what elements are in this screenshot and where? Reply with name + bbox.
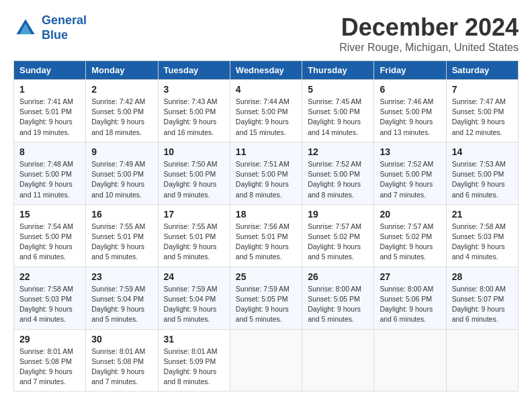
table-row: 28 Sunrise: 8:00 AMSunset: 5:07 PMDaylig… (446, 267, 518, 329)
table-row: 12 Sunrise: 7:52 AMSunset: 5:00 PMDaylig… (302, 142, 374, 204)
table-row: 3 Sunrise: 7:43 AMSunset: 5:00 PMDayligh… (158, 80, 230, 142)
title-block: December 2024 River Rouge, Michigan, Uni… (339, 13, 519, 54)
table-row: 29 Sunrise: 8:01 AMSunset: 5:08 PMDaylig… (14, 329, 86, 392)
month-title: December 2024 (339, 13, 519, 42)
table-row: 7 Sunrise: 7:47 AMSunset: 5:00 PMDayligh… (446, 80, 518, 142)
col-monday: Monday (86, 61, 158, 80)
table-row: 8 Sunrise: 7:48 AMSunset: 5:00 PMDayligh… (14, 142, 86, 204)
table-row: 15 Sunrise: 7:54 AMSunset: 5:00 PMDaylig… (14, 204, 86, 267)
table-row: 1 Sunrise: 7:41 AMSunset: 5:01 PMDayligh… (14, 80, 86, 142)
table-row: 14 Sunrise: 7:53 AMSunset: 5:00 PMDaylig… (446, 142, 518, 204)
table-row: 17 Sunrise: 7:55 AMSunset: 5:01 PMDaylig… (158, 204, 230, 267)
page-header: GeneralBlue December 2024 River Rouge, M… (13, 13, 519, 54)
col-tuesday: Tuesday (158, 61, 230, 80)
calendar-table: Sunday Monday Tuesday Wednesday Thursday… (13, 60, 519, 392)
table-row: 25 Sunrise: 7:59 AMSunset: 5:05 PMDaylig… (230, 267, 302, 329)
col-sunday: Sunday (14, 61, 86, 80)
table-row: 10 Sunrise: 7:50 AMSunset: 5:00 PMDaylig… (158, 142, 230, 204)
logo: GeneralBlue (13, 13, 87, 42)
table-row: 2 Sunrise: 7:42 AMSunset: 5:00 PMDayligh… (86, 80, 158, 142)
table-row: 9 Sunrise: 7:49 AMSunset: 5:00 PMDayligh… (86, 142, 158, 204)
col-friday: Friday (374, 61, 446, 80)
table-row: 19 Sunrise: 7:57 AMSunset: 5:02 PMDaylig… (302, 204, 374, 267)
table-row: 6 Sunrise: 7:46 AMSunset: 5:00 PMDayligh… (374, 80, 446, 142)
logo-text: GeneralBlue (42, 13, 87, 42)
subtitle: River Rouge, Michigan, United States (339, 42, 519, 54)
table-row: 20 Sunrise: 7:57 AMSunset: 5:02 PMDaylig… (374, 204, 446, 267)
calendar-row-week3: 22 Sunrise: 7:58 AMSunset: 5:03 PMDaylig… (14, 267, 519, 329)
table-row: 18 Sunrise: 7:56 AMSunset: 5:01 PMDaylig… (230, 204, 302, 267)
col-saturday: Saturday (446, 61, 518, 80)
table-row (302, 329, 374, 392)
table-row: 26 Sunrise: 8:00 AMSunset: 5:05 PMDaylig… (302, 267, 374, 329)
col-thursday: Thursday (302, 61, 374, 80)
calendar-row-week2: 15 Sunrise: 7:54 AMSunset: 5:00 PMDaylig… (14, 204, 519, 267)
table-row: 24 Sunrise: 7:59 AMSunset: 5:04 PMDaylig… (158, 267, 230, 329)
table-row: 21 Sunrise: 7:58 AMSunset: 5:03 PMDaylig… (446, 204, 518, 267)
table-row: 13 Sunrise: 7:52 AMSunset: 5:00 PMDaylig… (374, 142, 446, 204)
table-row: 4 Sunrise: 7:44 AMSunset: 5:00 PMDayligh… (230, 80, 302, 142)
table-row: 31 Sunrise: 8:01 AMSunset: 5:09 PMDaylig… (158, 329, 230, 392)
logo-icon (13, 16, 38, 40)
table-row (446, 329, 518, 392)
table-row: 16 Sunrise: 7:55 AMSunset: 5:01 PMDaylig… (86, 204, 158, 267)
col-wednesday: Wednesday (230, 61, 302, 80)
calendar-row-week4: 29 Sunrise: 8:01 AMSunset: 5:08 PMDaylig… (14, 329, 519, 392)
table-row: 5 Sunrise: 7:45 AMSunset: 5:00 PMDayligh… (302, 80, 374, 142)
calendar-row-week1: 8 Sunrise: 7:48 AMSunset: 5:00 PMDayligh… (14, 142, 519, 204)
calendar-row-week0: 1 Sunrise: 7:41 AMSunset: 5:01 PMDayligh… (14, 80, 519, 142)
table-row: 23 Sunrise: 7:59 AMSunset: 5:04 PMDaylig… (86, 267, 158, 329)
table-row: 22 Sunrise: 7:58 AMSunset: 5:03 PMDaylig… (14, 267, 86, 329)
table-row (374, 329, 446, 392)
table-row (230, 329, 302, 392)
table-row: 11 Sunrise: 7:51 AMSunset: 5:00 PMDaylig… (230, 142, 302, 204)
table-row: 30 Sunrise: 8:01 AMSunset: 5:08 PMDaylig… (86, 329, 158, 392)
calendar-header-row: Sunday Monday Tuesday Wednesday Thursday… (14, 61, 519, 80)
table-row: 27 Sunrise: 8:00 AMSunset: 5:06 PMDaylig… (374, 267, 446, 329)
